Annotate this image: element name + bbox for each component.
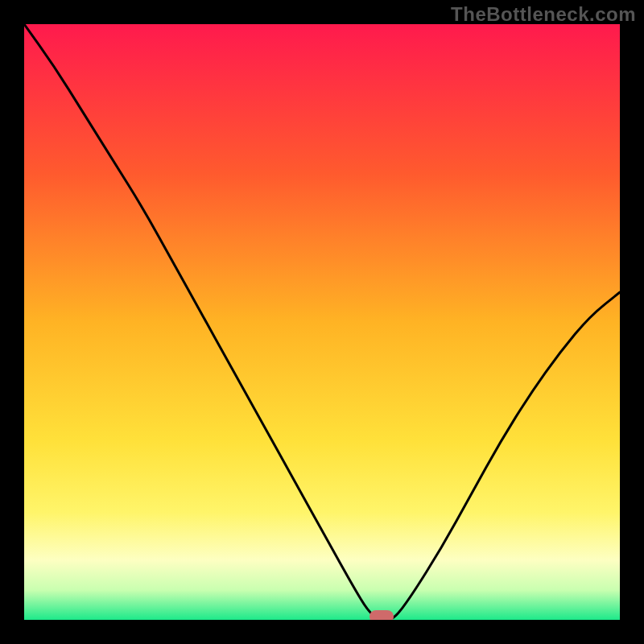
- plot-svg: [24, 24, 620, 620]
- optimal-marker: [369, 610, 394, 620]
- chart-frame: TheBottleneck.com: [0, 0, 644, 644]
- watermark-text: TheBottleneck.com: [451, 3, 636, 26]
- plot-area: [24, 24, 620, 620]
